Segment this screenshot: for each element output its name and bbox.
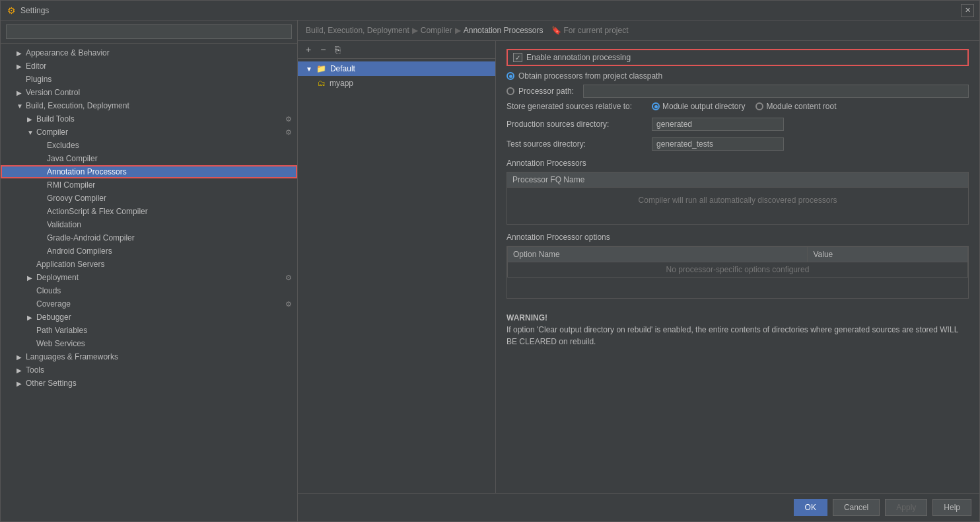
- ok-button[interactable]: OK: [794, 499, 827, 516]
- sidebar-item-tools[interactable]: ▶ Tools: [1, 363, 297, 377]
- sidebar-item-excludes[interactable]: Excludes: [1, 139, 297, 152]
- sidebar-item-plugins[interactable]: Plugins: [1, 73, 297, 86]
- sidebar-item-path-variables[interactable]: Path Variables: [1, 324, 297, 337]
- profile-label-myapp: myapp: [330, 79, 353, 88]
- enable-annotation-checkbox[interactable]: ✓: [513, 53, 522, 62]
- profile-arrow: ▼: [306, 65, 312, 73]
- test-sources-label: Test sources directory:: [507, 139, 652, 149]
- close-button[interactable]: ✕: [961, 4, 974, 17]
- main-content: ▶ Appearance & Behavior ▶ Editor Plugins…: [1, 20, 979, 521]
- sidebar-item-coverage[interactable]: Coverage ⚙: [1, 297, 297, 311]
- profile-item-myapp[interactable]: 🗂 myapp: [298, 76, 495, 91]
- remove-profile-button[interactable]: −: [318, 44, 328, 56]
- processor-path-input[interactable]: [583, 85, 969, 98]
- sidebar-item-build-execution[interactable]: ▼ Build, Execution, Deployment: [1, 99, 297, 112]
- empty-options-row: No processor-specific options configured: [508, 262, 968, 278]
- module-content-option[interactable]: Module content root: [755, 102, 836, 111]
- profile-item-default[interactable]: ▼ 📁 Default: [298, 61, 495, 76]
- arrow-icon: [38, 248, 44, 255]
- gear-icon: ⚙: [285, 274, 292, 282]
- test-sources-input[interactable]: [652, 137, 784, 151]
- arrow-icon: [38, 221, 44, 229]
- sidebar-item-clouds[interactable]: Clouds: [1, 284, 297, 297]
- sidebar-item-appearance[interactable]: ▶ Appearance & Behavior: [1, 46, 297, 59]
- arrow-icon: [38, 142, 44, 149]
- obtain-processors-radio[interactable]: [507, 72, 514, 80]
- module-content-label: Module content root: [766, 102, 836, 111]
- window-title: Settings: [20, 6, 49, 15]
- profiles-panel: + − ⎘ ▼ 📁 Default 🗂: [298, 41, 496, 493]
- arrow-icon: [38, 235, 44, 242]
- processor-path-radio[interactable]: [507, 87, 514, 95]
- store-generated-options: Module output directory Module content r…: [652, 102, 836, 111]
- breadcrumb-part2: Compiler: [421, 26, 452, 35]
- test-sources-row: Test sources directory:: [507, 137, 969, 151]
- sidebar-item-validation[interactable]: Validation: [1, 218, 297, 231]
- sidebar-item-android-compilers[interactable]: Android Compilers: [1, 244, 297, 258]
- sidebar-item-languages[interactable]: ▶ Languages & Frameworks: [1, 350, 297, 363]
- sidebar-item-editor[interactable]: ▶ Editor: [1, 59, 297, 73]
- add-profile-button[interactable]: +: [303, 44, 314, 56]
- sidebar-item-annotation-processors[interactable]: Annotation Processors: [1, 165, 297, 178]
- arrow-icon: ▶: [17, 354, 23, 361]
- module-output-radio[interactable]: [652, 102, 660, 110]
- sidebar-item-version-control[interactable]: ▶ Version Control: [1, 86, 297, 99]
- breadcrumb: Build, Execution, Deployment ▶ Compiler …: [298, 20, 979, 41]
- option-name-col: Option Name: [508, 247, 808, 262]
- search-input[interactable]: [6, 24, 292, 39]
- annotation-options-title: Annotation Processor options: [507, 233, 969, 242]
- sidebar-item-debugger[interactable]: ▶ Debugger: [1, 311, 297, 324]
- arrow-icon: ▶: [17, 89, 23, 96]
- sidebar-item-gradle-android[interactable]: Gradle-Android Compiler: [1, 231, 297, 244]
- arrow-icon: ▶: [27, 314, 34, 321]
- sidebar-item-rmi-compiler[interactable]: RMI Compiler: [1, 178, 297, 192]
- sidebar-item-actionscript[interactable]: ActionScript & Flex Compiler: [1, 205, 297, 218]
- sidebar-item-other-settings[interactable]: ▶ Other Settings: [1, 377, 297, 390]
- arrow-icon: [38, 195, 44, 202]
- sidebar-item-compiler[interactable]: ▼ Compiler ⚙: [1, 126, 297, 139]
- arrow-icon: ▶: [17, 367, 23, 374]
- help-button[interactable]: Help: [932, 499, 971, 516]
- main-panel: Build, Execution, Deployment ▶ Compiler …: [298, 20, 979, 521]
- obtain-processors-label: Obtain processors from project classpath: [518, 71, 662, 81]
- sidebar-item-application-servers[interactable]: Application Servers: [1, 258, 297, 271]
- titlebar: ⚙ Settings ✕: [1, 1, 979, 20]
- breadcrumb-sep1: ▶: [412, 26, 418, 35]
- arrow-icon: ▶: [17, 63, 23, 70]
- sidebar-item-web-services[interactable]: Web Services: [1, 337, 297, 350]
- arrow-icon: ▶: [27, 274, 34, 281]
- sidebar-item-groovy-compiler[interactable]: Groovy Compiler: [1, 192, 297, 205]
- sidebar-item-deployment[interactable]: ▶ Deployment ⚙: [1, 271, 297, 284]
- panel-content: + − ⎘ ▼ 📁 Default 🗂: [298, 41, 979, 493]
- sidebar-tree: ▶ Appearance & Behavior ▶ Editor Plugins…: [1, 44, 297, 521]
- production-sources-input[interactable]: [652, 118, 784, 131]
- processor-path-label: Processor path:: [518, 87, 574, 96]
- breadcrumb-sep2: ▶: [455, 26, 461, 35]
- module-output-option[interactable]: Module output directory: [652, 102, 745, 111]
- bottom-bar: OK Cancel Apply Help: [298, 493, 979, 521]
- cancel-button[interactable]: Cancel: [833, 499, 880, 516]
- breadcrumb-part3: Annotation Processors: [464, 26, 543, 35]
- apply-button[interactable]: Apply: [885, 499, 927, 516]
- empty-processors-msg: Compiler will run all automatically disc…: [507, 188, 968, 213]
- obtain-processors-row: Obtain processors from project classpath: [507, 71, 969, 81]
- sidebar: ▶ Appearance & Behavior ▶ Editor Plugins…: [1, 20, 298, 521]
- gear-icon: ⚙: [285, 128, 292, 137]
- warning-text: WARNING! If option 'Clear output directo…: [507, 307, 969, 348]
- annotation-options-table: Option Name Value No processor-specific …: [507, 246, 969, 299]
- arrow-icon: [27, 340, 34, 348]
- arrow-icon: ▶: [27, 116, 34, 123]
- production-sources-label: Production sources directory:: [507, 120, 652, 129]
- profiles-toolbar: + − ⎘: [298, 41, 495, 59]
- sidebar-item-java-compiler[interactable]: Java Compiler: [1, 152, 297, 165]
- module-output-label: Module output directory: [662, 102, 745, 111]
- sidebar-item-build-tools[interactable]: ▶ Build Tools ⚙: [1, 112, 297, 126]
- gear-icon: ⚙: [285, 115, 292, 124]
- options-table: Option Name Value No processor-specific …: [507, 246, 968, 278]
- copy-profile-button[interactable]: ⎘: [332, 44, 343, 56]
- annotation-processors-title: Annotation Processors: [507, 159, 969, 168]
- arrow-icon: [27, 301, 34, 308]
- app-icon: ⚙: [6, 5, 17, 16]
- module-content-radio[interactable]: [755, 102, 763, 110]
- production-sources-row: Production sources directory:: [507, 118, 969, 131]
